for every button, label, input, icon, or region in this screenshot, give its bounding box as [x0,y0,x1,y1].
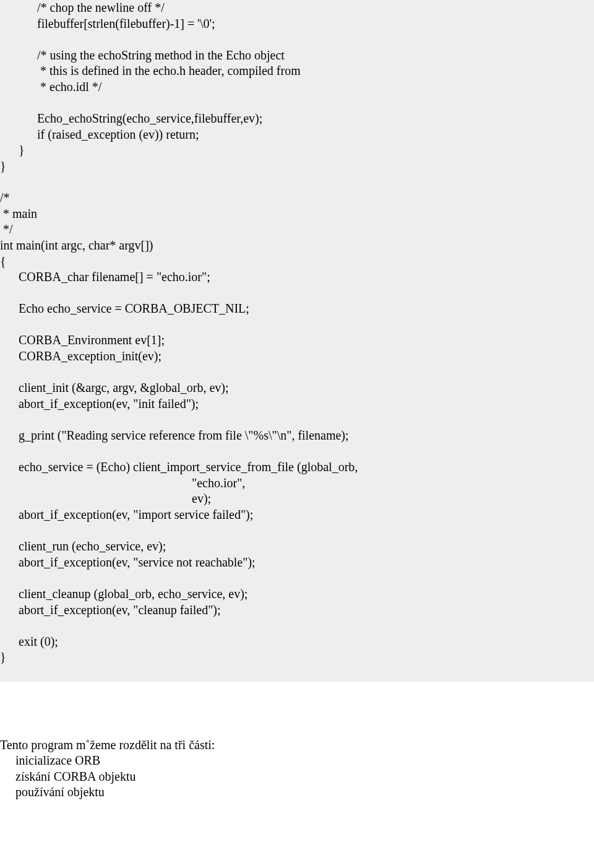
spacer [0,682,594,737]
code-block: /* chop the newline off */ filebuffer[st… [0,0,594,682]
body-paragraph: Tento program m˚žeme rozdělit na tři čás… [0,737,594,801]
